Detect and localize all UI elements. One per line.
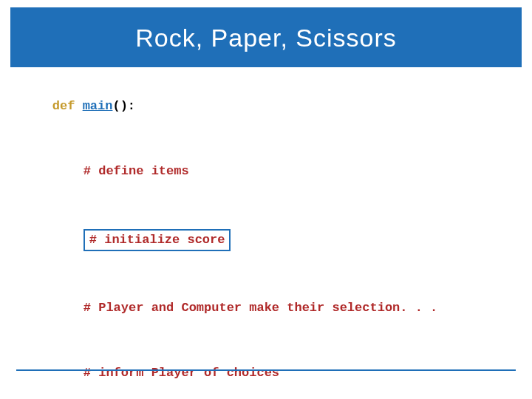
parens: (): bbox=[112, 99, 135, 113]
highlight-box-1: # initialize score bbox=[83, 229, 231, 251]
code-line-def: def main(): bbox=[22, 82, 510, 131]
comment-text: # initialize score bbox=[89, 233, 225, 247]
code-block: def main(): # define items # initialize … bbox=[0, 67, 532, 399]
code-line-comment-1: # define items bbox=[22, 147, 510, 196]
comment-text: # define items bbox=[83, 164, 189, 178]
code-line-comment-4: # inform Player of choices bbox=[22, 349, 510, 398]
keyword-def: def bbox=[52, 99, 75, 113]
comment-text: # Player and Computer make their selecti… bbox=[83, 301, 437, 315]
bottom-divider bbox=[16, 369, 516, 371]
code-line-comment-3: # Player and Computer make their selecti… bbox=[22, 284, 510, 332]
code-line-comment-2: # initialize score bbox=[22, 213, 510, 267]
comment-text: # inform Player of choices bbox=[83, 366, 279, 380]
function-name: main bbox=[83, 99, 113, 113]
slide-title: Rock, Paper, Scissors bbox=[10, 7, 522, 67]
